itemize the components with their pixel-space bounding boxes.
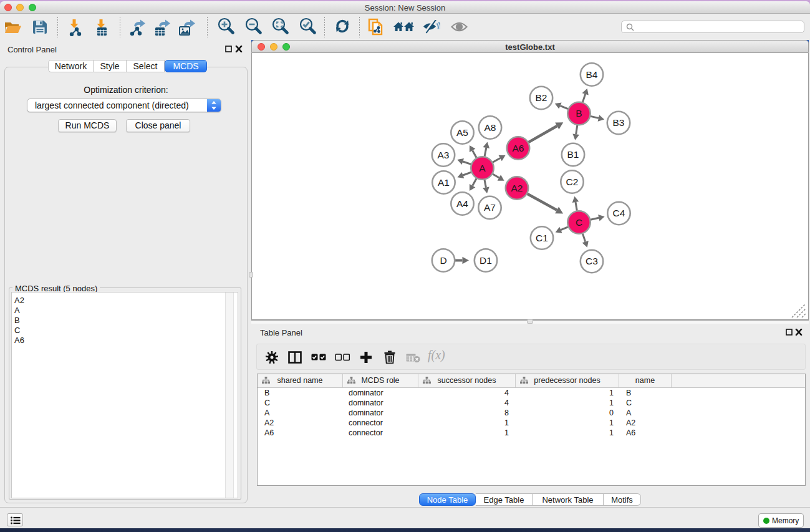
svg-text:A5: A5 <box>456 127 468 138</box>
svg-text:B2: B2 <box>536 92 547 103</box>
svg-text:B4: B4 <box>586 69 598 80</box>
svg-text:C1: C1 <box>536 233 548 243</box>
svg-text:C4: C4 <box>613 208 625 218</box>
svg-text:A7: A7 <box>484 202 496 213</box>
svg-text:B3: B3 <box>613 117 625 128</box>
svg-text:C3: C3 <box>586 256 598 266</box>
svg-text:C: C <box>576 217 582 228</box>
svg-text:D1: D1 <box>480 255 492 266</box>
svg-text:C2: C2 <box>566 177 579 187</box>
svg-text:A6: A6 <box>513 143 524 153</box>
svg-text:A2: A2 <box>511 183 523 193</box>
svg-text:B: B <box>576 108 582 118</box>
svg-text:A: A <box>479 163 486 173</box>
svg-text:B1: B1 <box>567 149 579 160</box>
svg-text:D: D <box>440 255 446 266</box>
svg-text:A8: A8 <box>485 122 496 133</box>
svg-text:A3: A3 <box>438 150 450 160</box>
svg-text:A4: A4 <box>456 198 468 209</box>
svg-text:A1: A1 <box>438 177 450 188</box>
